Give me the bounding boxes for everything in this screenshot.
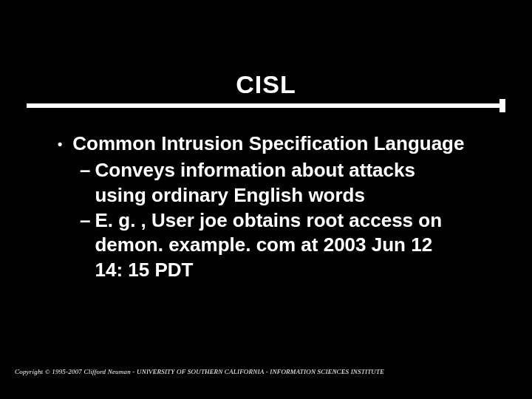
dash-icon: – (80, 158, 90, 183)
body-content: • Common Intrusion Specification Languag… (58, 132, 486, 283)
sub-list: – Conveys information about attacks usin… (80, 158, 486, 283)
title-divider (27, 103, 505, 108)
sub-item: – Conveys information about attacks usin… (80, 158, 486, 208)
sub-text: Conveys information about attacks using … (95, 158, 486, 208)
bullet-dot-icon: • (58, 132, 62, 157)
title-area: CISL (0, 70, 532, 99)
dash-icon: – (80, 208, 90, 233)
footer-copyright: Copyright © 1995-2007 Clifford Neuman - … (15, 368, 384, 375)
title-divider-tick (499, 99, 505, 112)
slide: CISL • Common Intrusion Specification La… (0, 0, 532, 399)
sub-text: E. g. , User joe obtains root access on … (95, 208, 486, 283)
bullet-item: • Common Intrusion Specification Languag… (58, 132, 486, 157)
sub-item: – E. g. , User joe obtains root access o… (80, 208, 486, 283)
bullet-text: Common Intrusion Specification Language (72, 132, 486, 157)
slide-title: CISL (236, 70, 296, 99)
